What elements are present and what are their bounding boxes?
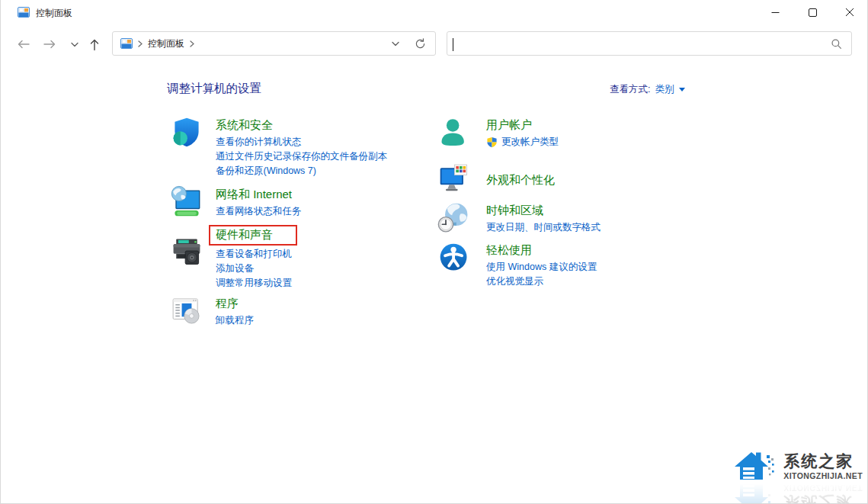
clock-globe-icon[interactable] (437, 201, 471, 235)
xitongzhijia-house-logo-icon (733, 448, 777, 483)
user-silhouette-icon[interactable] (437, 116, 471, 149)
history-chevron-down-icon[interactable] (66, 35, 84, 53)
watermark-site-url-reflection: XITONGZHIJIA.NET (783, 484, 863, 493)
search-box[interactable] (447, 31, 852, 56)
xitongzhijia-house-logo-icon (733, 480, 777, 504)
breadcrumb-item-control-panel[interactable]: 控制面板 (148, 37, 184, 50)
watermark: 系统之家 XITONGZHIJIA.NET 系统之家 XITONGZHIJIA.… (733, 448, 863, 504)
link-change-account-type[interactable]: 更改帐户类型 (486, 136, 559, 148)
link-change-date-time[interactable]: 更改日期、时间或数字格式 (486, 221, 601, 233)
link-mobility-settings[interactable]: 调整常用移动设置 (216, 277, 292, 289)
breadcrumb[interactable]: 控制面板 (112, 31, 436, 56)
category-title-system-security[interactable]: 系统和安全 (216, 117, 273, 133)
category-title-programs[interactable]: 程序 (216, 296, 239, 311)
view-by-control: 查看方式: 类别 (610, 83, 685, 96)
refresh-icon[interactable] (415, 38, 426, 50)
category-programs: 程序 卸载程序 (170, 294, 254, 329)
category-hardware-sound: 硬件和声音 查看设备和打印机 添加设备 调整常用移动设置 (170, 226, 297, 291)
personalization-monitor-icon[interactable] (437, 162, 471, 195)
link-devices-printers[interactable]: 查看设备和打印机 (216, 248, 292, 260)
category-title-user-accounts[interactable]: 用户帐户 (486, 117, 532, 133)
control-panel-window: { "window": { "title": "控制面板" }, "nav": … (0, 0, 868, 504)
printer-speaker-icon[interactable] (170, 235, 203, 268)
category-user-accounts: 用户帐户 更改帐户类型 (437, 116, 559, 150)
maximize-button[interactable] (795, 0, 830, 24)
link-computer-status[interactable]: 查看你的计算机状态 (216, 136, 302, 148)
watermark-site-name: 系统之家 (783, 452, 854, 470)
link-optimize-visual-display[interactable]: 优化视觉显示 (486, 275, 543, 287)
close-button[interactable] (832, 0, 867, 24)
link-windows-suggested-settings[interactable]: 使用 Windows 建议的设置 (486, 261, 597, 273)
watermark-reflection: 系统之家 XITONGZHIJIA.NET (733, 480, 863, 504)
category-system-security: 系统和安全 查看你的计算机状态 通过文件历史记录保存你的文件备份副本 备份和还原… (170, 116, 387, 179)
text-caret (453, 38, 453, 51)
view-by-value[interactable]: 类别 (655, 83, 674, 96)
control-panel-icon (120, 37, 133, 50)
category-clock-region: 时钟和区域 更改日期、时间或数字格式 (437, 201, 601, 236)
back-icon[interactable] (14, 35, 33, 53)
category-title-hardware-sound[interactable]: 硬件和声音 (209, 225, 297, 246)
category-network-internet: 网络和 Internet 查看网络状态和任务 (170, 185, 302, 220)
address-chevron-down-icon[interactable] (392, 41, 399, 47)
breadcrumb-chevron-icon[interactable] (190, 40, 194, 47)
watermark-site-name-reflection: 系统之家 (783, 494, 854, 504)
navigation-bar: 控制面板 (1, 30, 867, 58)
link-add-device[interactable]: 添加设备 (216, 262, 254, 274)
watermark-logo-row: 系统之家 XITONGZHIJIA.NET (733, 448, 863, 483)
breadcrumb-chevron-icon[interactable] (138, 40, 143, 47)
control-panel-icon (18, 6, 30, 18)
view-by-dropdown-icon[interactable] (679, 88, 685, 91)
search-icon[interactable] (831, 38, 842, 50)
category-title-ease-of-access[interactable]: 轻松使用 (486, 242, 532, 258)
category-ease-of-access: 轻松使用 使用 Windows 建议的设置 优化视觉显示 (437, 241, 597, 290)
security-shield-icon[interactable] (170, 116, 203, 149)
programs-window-icon[interactable] (170, 294, 203, 328)
up-icon[interactable] (85, 35, 104, 53)
uac-shield-icon (486, 136, 498, 148)
category-title-clock-region[interactable]: 时钟和区域 (486, 203, 543, 218)
window-title: 控制面板 (36, 7, 72, 20)
ease-of-access-icon[interactable] (437, 241, 471, 274)
category-appearance-personalization: 外观和个性化 (437, 162, 555, 195)
minimize-button[interactable] (757, 0, 793, 24)
link-change-account-type-label: 更改帐户类型 (501, 136, 559, 148)
link-uninstall-program[interactable]: 卸载程序 (216, 314, 254, 326)
category-title-network-internet[interactable]: 网络和 Internet (216, 187, 292, 202)
forward-icon[interactable] (40, 35, 59, 53)
title-bar: 控制面板 (1, 0, 867, 24)
category-title-appearance[interactable]: 外观和个性化 (486, 172, 555, 188)
page-title: 调整计算机的设置 (167, 81, 261, 97)
link-file-history-backup[interactable]: 通过文件历史记录保存你的文件备份副本 (216, 150, 387, 162)
link-backup-restore-win7[interactable]: 备份和还原(Windows 7) (216, 165, 316, 177)
watermark-site-url: XITONGZHIJIA.NET (783, 471, 863, 480)
network-monitor-icon[interactable] (170, 185, 203, 219)
view-by-label: 查看方式: (610, 83, 650, 96)
link-network-status[interactable]: 查看网络状态和任务 (216, 205, 302, 217)
search-input[interactable] (453, 34, 822, 54)
